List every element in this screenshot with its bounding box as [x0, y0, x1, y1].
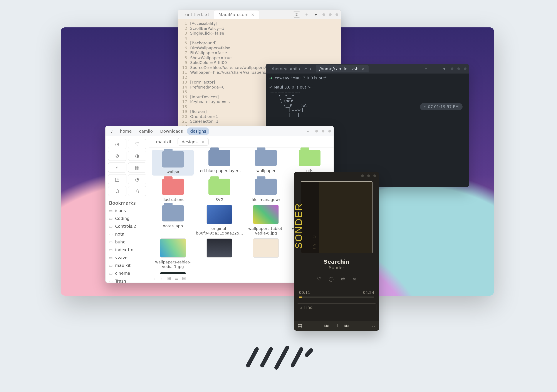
window-max-icon[interactable] [329, 13, 332, 16]
folder-icon: ▭ [109, 239, 113, 244]
editor-tab-active[interactable]: MauiMan.conf× [214, 10, 259, 19]
add-icon[interactable]: + [304, 12, 309, 17]
repeat-icon[interactable]: ⇄ [341, 276, 345, 283]
more-icon[interactable]: ▾ [313, 12, 319, 17]
crumb[interactable]: camilo [136, 128, 156, 135]
search-icon[interactable]: ⌕ [423, 66, 429, 71]
terminal-tab-active[interactable]: /home/camilo - zsh × [316, 65, 368, 73]
maui-logo [242, 344, 315, 373]
file-item[interactable]: wallpa [152, 150, 194, 176]
file-item[interactable]: notes_app [152, 205, 194, 235]
bookmark-item[interactable]: ▭Coding [106, 214, 149, 222]
file-item[interactable] [196, 238, 243, 269]
bookmark-item[interactable]: ▭nota [106, 230, 149, 238]
file-item[interactable]: file_managewr [245, 179, 287, 202]
file-label: wallpaper [245, 168, 287, 173]
sidebar-place[interactable]: ⎙ [128, 186, 147, 196]
bookmark-label: index-fm [115, 247, 133, 252]
crumb[interactable]: / [108, 128, 115, 135]
menu-icon[interactable]: ⋯ [306, 129, 311, 134]
sidebar-place[interactable]: ⌂ [108, 163, 126, 172]
playlist-icon[interactable]: ▤ [298, 323, 302, 328]
folder-icon: ▭ [109, 247, 113, 252]
terminal-tab[interactable]: /home/camilo - zsh [268, 65, 314, 73]
file-item[interactable]: wallpapers-tablet-vedia-1.jpg [152, 238, 194, 269]
bookmark-label: nota [115, 232, 124, 237]
close-icon[interactable]: × [201, 139, 205, 144]
window-close-icon[interactable] [328, 130, 331, 132]
window-min-icon[interactable] [361, 174, 364, 177]
prev-icon[interactable]: ⏮ [324, 323, 329, 328]
file-item[interactable]: original-b86f0495a315baa225... [196, 205, 243, 235]
command: cowsay "Maui 3.0.0 is out" [275, 76, 327, 80]
bookmark-item[interactable]: ▭mauikit [106, 261, 149, 269]
bookmark-item[interactable]: ▭index-fm [106, 246, 149, 254]
file-item[interactable]: illustrations [152, 179, 194, 202]
progress-bar[interactable] [299, 296, 374, 298]
bookmark-item[interactable]: ▭Controls.2 [106, 222, 149, 230]
pause-icon[interactable]: ⏸ [334, 323, 339, 328]
editor-tab[interactable]: untitled.txt [180, 10, 214, 19]
folder-icon: ▭ [109, 279, 113, 283]
expand-icon[interactable]: ⌄ [372, 323, 376, 328]
terminal-titlebar: /home/camilo - zsh /home/camilo - zsh × … [266, 64, 469, 74]
close-icon[interactable]: × [251, 12, 254, 17]
view-grid-icon[interactable]: ▦ [166, 276, 172, 281]
window-max-icon[interactable] [457, 67, 460, 70]
window-min-icon[interactable] [451, 67, 453, 70]
view-compact-icon[interactable]: ▤ [181, 276, 187, 281]
file-item[interactable]: SVG [196, 179, 243, 202]
crumb[interactable]: home [117, 128, 135, 135]
file-label: red-blue-paper-layers [196, 168, 243, 173]
file-item[interactable] [152, 272, 194, 274]
bookmark-label: cinema [115, 271, 130, 276]
file-item[interactable] [245, 238, 287, 269]
window-close-icon[interactable] [464, 67, 467, 70]
bookmark-item[interactable]: ▭buho [106, 238, 149, 246]
sidebar-place[interactable]: ◑ [128, 151, 147, 161]
back-icon[interactable]: ‹ [152, 276, 157, 281]
shuffle-icon[interactable]: ⤨ [352, 276, 356, 283]
svg-line-0 [248, 349, 257, 366]
crumb[interactable]: designs [187, 128, 209, 135]
fm-tab-active[interactable]: designs × [178, 138, 209, 146]
editor-tabs: untitled.txt MauiMan.conf× [180, 10, 259, 19]
window-close-icon[interactable] [373, 174, 376, 177]
window-min-icon[interactable] [322, 13, 325, 16]
svg-line-4 [307, 350, 311, 355]
bookmark-item[interactable]: ▭Trash [106, 277, 149, 283]
info-icon[interactable]: ⓘ [329, 276, 334, 283]
split-count[interactable]: 2 [293, 11, 300, 18]
bookmark-item[interactable]: ▭vvave [106, 254, 149, 261]
next-icon[interactable]: ⏭ [344, 323, 349, 328]
sidebar-place[interactable]: ◷ [108, 139, 126, 149]
bookmark-item[interactable]: ▭icons [106, 207, 149, 214]
crumb[interactable]: Downloads [157, 128, 186, 135]
window-min-icon[interactable] [315, 130, 318, 132]
bookmark-item[interactable]: ▭cinema [106, 269, 149, 277]
more-icon[interactable]: ▾ [442, 66, 447, 71]
sidebar-place[interactable]: ◔ [128, 174, 147, 184]
file-item[interactable]: wallpapers-tablet-vedia-6.jpg [245, 205, 287, 235]
fm-sidebar: ◷♡⊘◑⌂▦◳◔♫⎙ Bookmarks ▭icons▭Coding▭Contr… [106, 136, 149, 283]
window-close-icon[interactable] [336, 13, 338, 16]
add-icon[interactable]: + [433, 66, 438, 71]
terminal-output[interactable]: ➜ cowsay "Maui 3.0.0 is out" < Maui 3.0.… [266, 74, 469, 119]
heart-icon[interactable]: ♡ [317, 276, 321, 283]
sidebar-place[interactable]: ♡ [128, 139, 147, 149]
window-max-icon[interactable] [367, 174, 370, 177]
sidebar-place[interactable]: ⊘ [108, 151, 126, 161]
add-tab-icon[interactable]: + [325, 139, 330, 144]
forward-icon[interactable]: › [159, 276, 164, 281]
find-field[interactable]: ⌕ Find [297, 303, 377, 311]
file-item[interactable]: red-blue-paper-layers [196, 150, 243, 176]
svg-line-2 [276, 348, 287, 368]
window-max-icon[interactable] [322, 130, 324, 132]
view-list-icon[interactable]: ☰ [174, 276, 179, 281]
sidebar-place[interactable]: ♫ [108, 186, 126, 196]
file-item[interactable]: wallpaper [245, 150, 287, 176]
close-icon[interactable]: × [362, 66, 365, 71]
sidebar-place[interactable]: ▦ [128, 163, 147, 172]
sidebar-place[interactable]: ◳ [108, 174, 126, 184]
fm-tab[interactable]: mauikit [152, 138, 175, 145]
